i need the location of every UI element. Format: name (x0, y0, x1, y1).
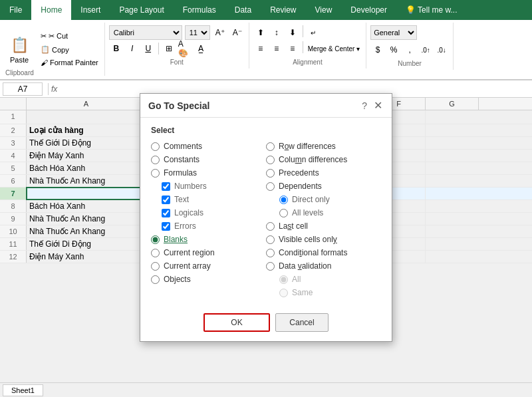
comments-label: Comments (164, 142, 202, 151)
text-label: Text (174, 195, 189, 204)
direct-only-option[interactable]: Direct only (266, 195, 381, 204)
constants-label: Constants (164, 155, 200, 164)
same-validation-label: Same (292, 288, 313, 297)
objects-label: Objects (164, 275, 191, 284)
precedents-option[interactable]: Precedents (266, 168, 381, 178)
comments-option[interactable]: Comments (151, 142, 266, 151)
dependents-label: Dependents (279, 182, 322, 191)
visible-cells-option[interactable]: Visible cells only (266, 235, 381, 244)
current-array-option[interactable]: Current array (151, 261, 266, 271)
visible-cells-label: Visible cells only (279, 235, 337, 244)
dialog-titlebar: Go To Special ? ✕ (140, 98, 392, 118)
conditional-formats-label: Conditional formats (279, 248, 347, 257)
objects-option[interactable]: Objects (151, 275, 266, 284)
constants-option[interactable]: Constants (151, 155, 266, 164)
cancel-button[interactable]: Cancel (275, 313, 329, 332)
row-differences-label: Row differences (279, 142, 336, 151)
dialog-overlay: Go To Special ? ✕ Select Comm (0, 98, 532, 397)
app-container: File Home Insert Page Layout Formulas Da… (0, 0, 532, 397)
logicals-option[interactable]: Logicals (151, 208, 266, 217)
errors-option[interactable]: Errors (151, 221, 266, 231)
current-region-label: Current region (164, 248, 215, 257)
dependents-option[interactable]: Dependents (266, 182, 381, 191)
numbers-option[interactable]: Numbers (151, 182, 266, 191)
precedents-label: Precedents (279, 168, 319, 178)
dialog-footer: OK Cancel (140, 305, 392, 341)
row-differences-option[interactable]: Row differences (266, 142, 381, 151)
all-levels-option[interactable]: All levels (266, 208, 381, 217)
data-validation-label: Data validation (279, 261, 331, 271)
dialog-left-col: Comments Constants Formulas (151, 142, 266, 297)
all-levels-label: All levels (292, 208, 323, 217)
ok-button[interactable]: OK (203, 313, 270, 332)
formulas-label: Formulas (164, 168, 197, 178)
text-option[interactable]: Text (151, 195, 266, 204)
dialog-right-col: Row differences Column differences Prece… (266, 142, 381, 297)
errors-label: Errors (174, 221, 196, 231)
conditional-formats-option[interactable]: Conditional formats (266, 248, 381, 257)
go-to-special-dialog: Go To Special ? ✕ Select Comm (140, 98, 392, 342)
data-validation-option[interactable]: Data validation (266, 261, 381, 271)
dialog-section-label: Select (151, 126, 381, 135)
last-cell-option[interactable]: Last cell (266, 221, 381, 231)
numbers-label: Numbers (174, 182, 207, 191)
blanks-label: Blanks (164, 235, 188, 244)
current-region-option[interactable]: Current region (151, 248, 266, 257)
all-validation-option[interactable]: All (266, 275, 381, 284)
spreadsheet: A B C D E F G 1 2 Loại c (0, 98, 532, 397)
all-validation-label: All (292, 275, 301, 284)
last-cell-label: Last cell (279, 221, 308, 231)
dialog-columns: Comments Constants Formulas (151, 142, 381, 297)
same-validation-option[interactable]: Same (266, 288, 381, 297)
blanks-option[interactable]: Blanks (151, 235, 266, 244)
logicals-label: Logicals (174, 208, 203, 217)
dialog-body: Select Comments Constants (140, 118, 392, 305)
dialog-close-button[interactable]: ✕ (372, 99, 384, 112)
formulas-option[interactable]: Formulas (151, 168, 266, 178)
column-differences-option[interactable]: Column differences (266, 155, 381, 164)
direct-only-label: Direct only (292, 195, 330, 204)
dialog-title: Go To Special (148, 100, 209, 111)
dialog-help-button[interactable]: ? (362, 100, 367, 111)
column-differences-label: Column differences (279, 155, 347, 164)
current-array-label: Current array (164, 261, 211, 271)
